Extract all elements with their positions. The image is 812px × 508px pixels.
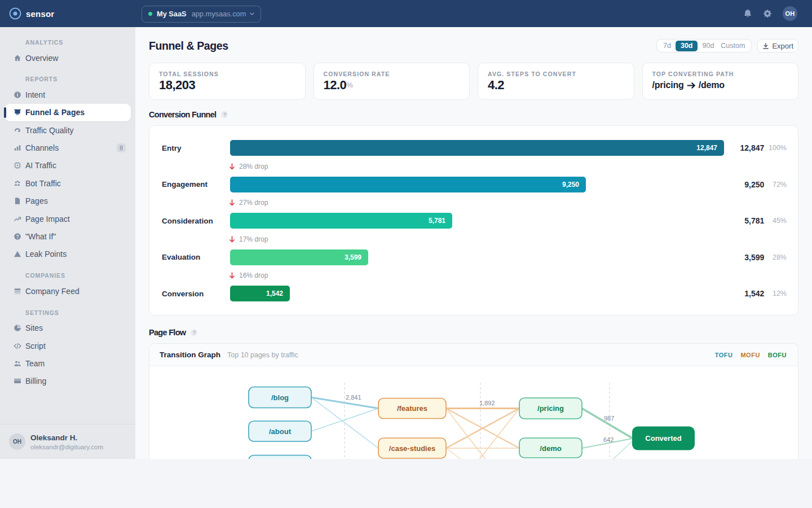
svg-text:/case-studies: /case-studies <box>389 444 435 453</box>
svg-text:1,892: 1,892 <box>479 400 495 406</box>
svg-text:Converted: Converted <box>645 434 681 443</box>
svg-text:/demo: /demo <box>540 444 561 453</box>
svg-text:/pricing: /pricing <box>537 404 564 413</box>
svg-text:642: 642 <box>603 436 614 443</box>
svg-text:2,841: 2,841 <box>346 394 361 401</box>
svg-text:/about: /about <box>269 427 292 436</box>
svg-text:/blog: /blog <box>271 393 289 402</box>
svg-text:987: 987 <box>604 415 614 422</box>
svg-text:/features: /features <box>397 404 427 413</box>
